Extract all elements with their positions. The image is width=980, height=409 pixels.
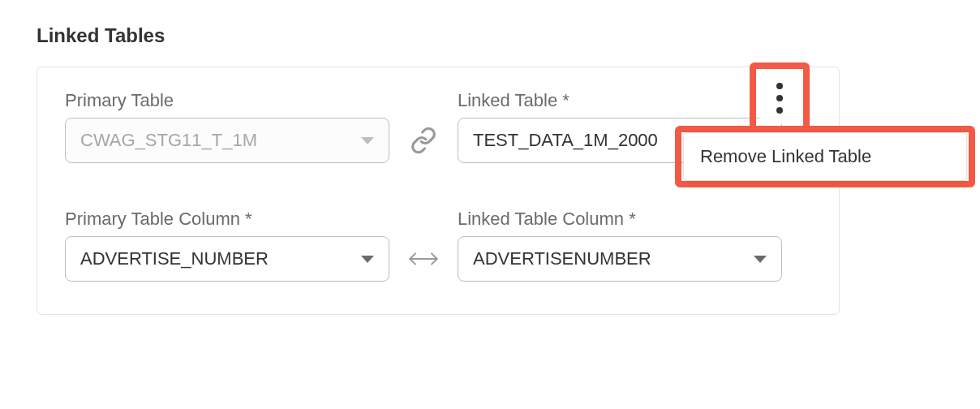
bidirectional-arrow-icon	[404, 236, 443, 282]
menu-item-label: Remove Linked Table	[700, 146, 871, 167]
linked-column-value: ADVERTISENUMBER	[473, 248, 651, 269]
more-options-button[interactable]	[759, 72, 800, 124]
column-link-row: Primary Table Column * ADVERTISE_NUMBER …	[65, 209, 811, 282]
remove-linked-table-menu-item[interactable]: Remove Linked Table	[683, 132, 967, 181]
primary-column-label: Primary Table Column *	[65, 209, 389, 230]
section-title: Linked Tables	[37, 24, 943, 47]
primary-column-value: ADVERTISE_NUMBER	[80, 248, 269, 269]
primary-table-label: Primary Table	[65, 90, 389, 111]
linked-table-value: TEST_DATA_1M_2000	[473, 130, 658, 151]
kebab-icon	[776, 83, 783, 114]
primary-column-select[interactable]: ADVERTISE_NUMBER	[65, 236, 389, 282]
chevron-down-icon	[361, 256, 374, 263]
linked-column-label: Linked Table Column *	[458, 209, 782, 230]
primary-table-value: CWAG_STG11_T_1M	[80, 130, 257, 151]
linked-tables-panel: Primary Table CWAG_STG11_T_1M Linked Tab…	[37, 67, 840, 315]
linked-table-label: Linked Table *	[458, 90, 782, 111]
linked-column-select[interactable]: ADVERTISENUMBER	[458, 236, 782, 282]
chevron-down-icon	[754, 256, 767, 263]
chevron-down-icon	[361, 137, 374, 144]
link-icon	[404, 118, 443, 163]
primary-table-select: CWAG_STG11_T_1M	[65, 118, 389, 163]
